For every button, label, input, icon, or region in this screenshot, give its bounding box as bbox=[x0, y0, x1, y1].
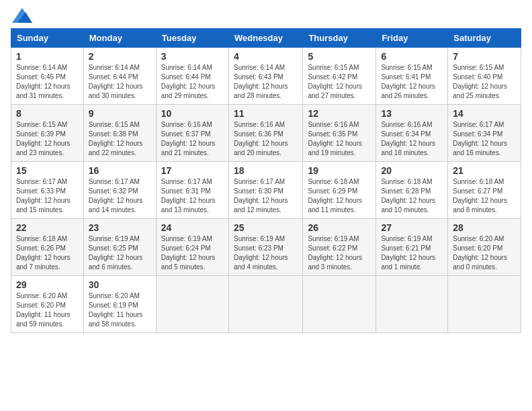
day-cell: 24Sunrise: 6:19 AM Sunset: 6:24 PM Dayli… bbox=[156, 219, 228, 276]
day-number: 25 bbox=[234, 222, 298, 233]
day-cell bbox=[303, 276, 376, 333]
day-number: 18 bbox=[234, 165, 298, 176]
day-cell: 8Sunrise: 6:15 AM Sunset: 6:39 PM Daylig… bbox=[11, 105, 84, 162]
day-info: Sunrise: 6:19 AM Sunset: 6:21 PM Dayligh… bbox=[381, 234, 443, 272]
day-number: 8 bbox=[16, 108, 79, 119]
day-info: Sunrise: 6:20 AM Sunset: 6:20 PM Dayligh… bbox=[453, 234, 516, 272]
day-cell: 1Sunrise: 6:14 AM Sunset: 6:45 PM Daylig… bbox=[11, 48, 84, 105]
day-cell: 6Sunrise: 6:15 AM Sunset: 6:41 PM Daylig… bbox=[376, 48, 448, 105]
day-number: 28 bbox=[453, 222, 516, 233]
day-cell bbox=[448, 276, 521, 333]
day-cell: 26Sunrise: 6:19 AM Sunset: 6:22 PM Dayli… bbox=[303, 219, 376, 276]
week-row-3: 15Sunrise: 6:17 AM Sunset: 6:33 PM Dayli… bbox=[11, 162, 521, 219]
day-number: 19 bbox=[308, 165, 371, 176]
day-cell: 9Sunrise: 6:15 AM Sunset: 6:38 PM Daylig… bbox=[83, 105, 156, 162]
logo-icon bbox=[12, 8, 32, 23]
col-header-thursday: Thursday bbox=[303, 29, 376, 48]
logo bbox=[11, 11, 32, 20]
day-cell: 3Sunrise: 6:14 AM Sunset: 6:44 PM Daylig… bbox=[156, 48, 228, 105]
day-info: Sunrise: 6:14 AM Sunset: 6:44 PM Dayligh… bbox=[89, 63, 151, 101]
day-info: Sunrise: 6:19 AM Sunset: 6:25 PM Dayligh… bbox=[89, 234, 151, 272]
day-number: 29 bbox=[16, 279, 79, 290]
day-number: 26 bbox=[308, 222, 371, 233]
day-info: Sunrise: 6:17 AM Sunset: 6:33 PM Dayligh… bbox=[16, 177, 79, 215]
day-number: 16 bbox=[89, 165, 151, 176]
col-header-wednesday: Wednesday bbox=[228, 29, 302, 48]
day-info: Sunrise: 6:15 AM Sunset: 6:42 PM Dayligh… bbox=[308, 63, 371, 101]
day-info: Sunrise: 6:17 AM Sunset: 6:34 PM Dayligh… bbox=[453, 120, 516, 158]
day-cell: 10Sunrise: 6:16 AM Sunset: 6:37 PM Dayli… bbox=[156, 105, 228, 162]
day-cell: 5Sunrise: 6:15 AM Sunset: 6:42 PM Daylig… bbox=[303, 48, 376, 105]
day-info: Sunrise: 6:17 AM Sunset: 6:32 PM Dayligh… bbox=[89, 177, 151, 215]
day-info: Sunrise: 6:14 AM Sunset: 6:45 PM Dayligh… bbox=[16, 63, 79, 101]
week-row-2: 8Sunrise: 6:15 AM Sunset: 6:39 PM Daylig… bbox=[11, 105, 521, 162]
day-cell: 15Sunrise: 6:17 AM Sunset: 6:33 PM Dayli… bbox=[11, 162, 84, 219]
day-cell: 23Sunrise: 6:19 AM Sunset: 6:25 PM Dayli… bbox=[83, 219, 156, 276]
day-cell: 11Sunrise: 6:16 AM Sunset: 6:36 PM Dayli… bbox=[228, 105, 302, 162]
day-cell: 19Sunrise: 6:18 AM Sunset: 6:29 PM Dayli… bbox=[303, 162, 376, 219]
day-info: Sunrise: 6:18 AM Sunset: 6:27 PM Dayligh… bbox=[453, 177, 516, 215]
week-row-1: 1Sunrise: 6:14 AM Sunset: 6:45 PM Daylig… bbox=[11, 48, 521, 105]
day-cell: 20Sunrise: 6:18 AM Sunset: 6:28 PM Dayli… bbox=[376, 162, 448, 219]
day-number: 1 bbox=[16, 51, 79, 62]
day-number: 11 bbox=[234, 108, 298, 119]
day-cell: 12Sunrise: 6:16 AM Sunset: 6:35 PM Dayli… bbox=[303, 105, 376, 162]
day-cell: 2Sunrise: 6:14 AM Sunset: 6:44 PM Daylig… bbox=[83, 48, 156, 105]
page-header bbox=[11, 11, 521, 20]
day-cell: 27Sunrise: 6:19 AM Sunset: 6:21 PM Dayli… bbox=[376, 219, 448, 276]
day-number: 20 bbox=[381, 165, 443, 176]
day-cell: 14Sunrise: 6:17 AM Sunset: 6:34 PM Dayli… bbox=[448, 105, 521, 162]
day-cell: 13Sunrise: 6:16 AM Sunset: 6:34 PM Dayli… bbox=[376, 105, 448, 162]
day-info: Sunrise: 6:19 AM Sunset: 6:24 PM Dayligh… bbox=[161, 234, 224, 272]
day-cell: 25Sunrise: 6:19 AM Sunset: 6:23 PM Dayli… bbox=[228, 219, 302, 276]
day-info: Sunrise: 6:18 AM Sunset: 6:26 PM Dayligh… bbox=[16, 234, 79, 272]
day-info: Sunrise: 6:20 AM Sunset: 6:20 PM Dayligh… bbox=[16, 291, 79, 329]
day-number: 13 bbox=[381, 108, 443, 119]
day-cell bbox=[376, 276, 448, 333]
day-cell: 17Sunrise: 6:17 AM Sunset: 6:31 PM Dayli… bbox=[156, 162, 228, 219]
week-row-4: 22Sunrise: 6:18 AM Sunset: 6:26 PM Dayli… bbox=[11, 219, 521, 276]
day-info: Sunrise: 6:19 AM Sunset: 6:23 PM Dayligh… bbox=[234, 234, 298, 272]
day-number: 22 bbox=[16, 222, 79, 233]
day-info: Sunrise: 6:20 AM Sunset: 6:19 PM Dayligh… bbox=[89, 291, 151, 329]
day-cell: 29Sunrise: 6:20 AM Sunset: 6:20 PM Dayli… bbox=[11, 276, 84, 333]
day-cell: 30Sunrise: 6:20 AM Sunset: 6:19 PM Dayli… bbox=[83, 276, 156, 333]
day-info: Sunrise: 6:16 AM Sunset: 6:36 PM Dayligh… bbox=[234, 120, 298, 158]
day-cell: 4Sunrise: 6:14 AM Sunset: 6:43 PM Daylig… bbox=[228, 48, 302, 105]
day-info: Sunrise: 6:14 AM Sunset: 6:44 PM Dayligh… bbox=[161, 63, 224, 101]
day-cell: 28Sunrise: 6:20 AM Sunset: 6:20 PM Dayli… bbox=[448, 219, 521, 276]
day-number: 5 bbox=[308, 51, 371, 62]
day-cell: 16Sunrise: 6:17 AM Sunset: 6:32 PM Dayli… bbox=[83, 162, 156, 219]
day-number: 4 bbox=[234, 51, 298, 62]
day-number: 9 bbox=[89, 108, 151, 119]
day-number: 12 bbox=[308, 108, 371, 119]
day-cell: 7Sunrise: 6:15 AM Sunset: 6:40 PM Daylig… bbox=[448, 48, 521, 105]
col-header-monday: Monday bbox=[83, 29, 156, 48]
day-info: Sunrise: 6:19 AM Sunset: 6:22 PM Dayligh… bbox=[308, 234, 371, 272]
day-info: Sunrise: 6:17 AM Sunset: 6:30 PM Dayligh… bbox=[234, 177, 298, 215]
day-number: 2 bbox=[89, 51, 151, 62]
day-number: 15 bbox=[16, 165, 79, 176]
calendar-table: SundayMondayTuesdayWednesdayThursdayFrid… bbox=[11, 28, 521, 333]
day-number: 6 bbox=[381, 51, 443, 62]
day-number: 17 bbox=[161, 165, 224, 176]
col-header-friday: Friday bbox=[376, 29, 448, 48]
day-number: 23 bbox=[89, 222, 151, 233]
col-header-saturday: Saturday bbox=[448, 29, 521, 48]
day-cell: 21Sunrise: 6:18 AM Sunset: 6:27 PM Dayli… bbox=[448, 162, 521, 219]
day-number: 3 bbox=[161, 51, 224, 62]
col-header-sunday: Sunday bbox=[11, 29, 84, 48]
week-row-5: 29Sunrise: 6:20 AM Sunset: 6:20 PM Dayli… bbox=[11, 276, 521, 333]
day-number: 21 bbox=[453, 165, 516, 176]
day-info: Sunrise: 6:16 AM Sunset: 6:37 PM Dayligh… bbox=[161, 120, 224, 158]
day-info: Sunrise: 6:15 AM Sunset: 6:38 PM Dayligh… bbox=[89, 120, 151, 158]
day-info: Sunrise: 6:17 AM Sunset: 6:31 PM Dayligh… bbox=[161, 177, 224, 215]
day-info: Sunrise: 6:18 AM Sunset: 6:28 PM Dayligh… bbox=[381, 177, 443, 215]
day-cell bbox=[228, 276, 302, 333]
day-cell: 22Sunrise: 6:18 AM Sunset: 6:26 PM Dayli… bbox=[11, 219, 84, 276]
day-cell: 18Sunrise: 6:17 AM Sunset: 6:30 PM Dayli… bbox=[228, 162, 302, 219]
day-info: Sunrise: 6:15 AM Sunset: 6:39 PM Dayligh… bbox=[16, 120, 79, 158]
day-info: Sunrise: 6:18 AM Sunset: 6:29 PM Dayligh… bbox=[308, 177, 371, 215]
day-info: Sunrise: 6:16 AM Sunset: 6:34 PM Dayligh… bbox=[381, 120, 443, 158]
day-info: Sunrise: 6:15 AM Sunset: 6:40 PM Dayligh… bbox=[453, 63, 516, 101]
